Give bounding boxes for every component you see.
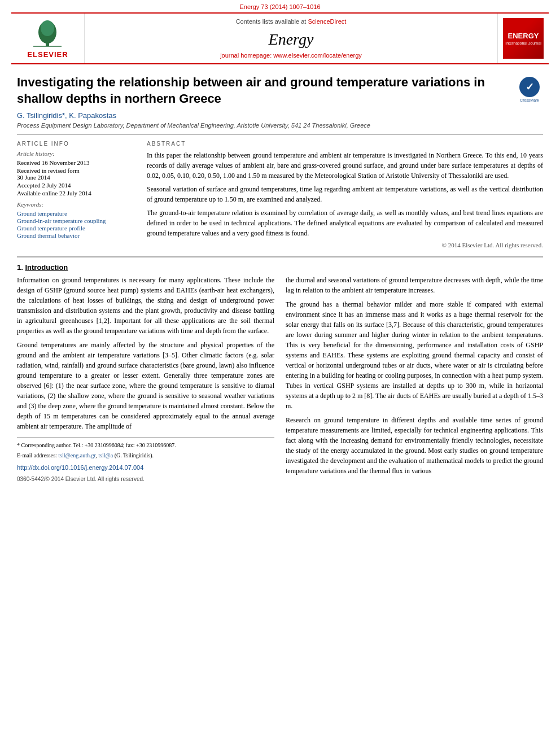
doi-link[interactable]: http://dx.doi.org/10.1016/j.energy.2014.… [17, 463, 274, 473]
abstract-text: In this paper the relationship between g… [147, 150, 543, 238]
history-label: Article history: [17, 150, 135, 157]
intro-heading: 1. Introduction [17, 263, 543, 272]
keyword-2: Ground-in-air temperature coupling [17, 217, 135, 224]
issn-line: 0360-5442/© 2014 Elsevier Ltd. All right… [17, 475, 274, 483]
intro-p1: Information on ground temperatures is ne… [17, 275, 274, 336]
accepted-date: Accepted 2 July 2014 [17, 182, 135, 189]
homepage-url: www.elsevier.com/locate/energy [273, 52, 362, 59]
email-link-2[interactable]: tsil@a [98, 452, 113, 458]
intro-col-left: Information on ground temperatures is ne… [17, 275, 274, 483]
abstract-p1: In this paper the relationship between g… [147, 150, 543, 181]
authors: G. Tsilingiridis*, K. Papakostas [17, 111, 543, 120]
divider-1 [17, 134, 543, 135]
footnote-area: * Corresponding author. Tel.: +30 231099… [17, 437, 274, 483]
received-date: Received 16 November 2013 [17, 159, 135, 166]
email-link-1[interactable]: tsil@eng.auth.gr [58, 452, 95, 458]
article-info-abstract-row: ARTICLE INFO Article history: Received 1… [17, 141, 543, 248]
revised-date: Received in revised form30 June 2014 [17, 167, 135, 181]
contents-label: Contents lists available at ScienceDirec… [236, 18, 347, 25]
journal-info-center: Contents lists available at ScienceDirec… [85, 14, 498, 63]
abstract-p2: Seasonal variation of surface and ground… [147, 184, 543, 204]
affiliation: Process Equipment Design Laboratory, Dep… [17, 122, 543, 129]
intro-col2-p1: the diurnal and seasonal variations of g… [286, 275, 543, 295]
abstract-title: ABSTRACT [147, 141, 543, 147]
sciencedirect-link[interactable]: ScienceDirect [308, 18, 346, 25]
paper-body: Investigating the relationship between a… [0, 64, 560, 493]
abstract-p3: The ground-to-air temperature relation i… [147, 208, 543, 238]
intro-col2-p2: The ground has a thermal behavior milder… [286, 299, 543, 411]
energy-badge: ENERGY International Journal [503, 18, 544, 59]
title-row: Investigating the relationship between a… [17, 75, 543, 107]
journal-title: Energy [269, 30, 314, 49]
crossmark-label: CrossMark [520, 98, 539, 102]
elsevier-logo: ELSEVIER [27, 18, 68, 59]
keyword-3: Ground temperature profile [17, 225, 135, 231]
intro-p2: Ground temperatures are mainly affected … [17, 340, 274, 431]
elsevier-tree-icon [28, 18, 67, 49]
available-date: Available online 22 July 2014 [17, 190, 135, 196]
intro-col2-p3: Research on ground temperature in differ… [286, 415, 543, 476]
svg-point-2 [41, 20, 54, 36]
intro-col-right: the diurnal and seasonal variations of g… [286, 275, 543, 483]
journal-header: ELSEVIER Contents lists available at Sci… [11, 12, 549, 64]
keyword-4: Ground thermal behavior [17, 232, 135, 239]
crossmark-area: ✓ CrossMark [516, 77, 543, 102]
copyright: © 2014 Elsevier Ltd. All rights reserved… [147, 242, 543, 248]
elsevier-wordmark: ELSEVIER [27, 50, 68, 59]
article-info-title: ARTICLE INFO [17, 141, 135, 147]
journal-homepage: journal homepage: www.elsevier.com/locat… [220, 52, 362, 59]
crossmark-icon: ✓ [519, 77, 540, 97]
journal-badge-area: ENERGY International Journal [498, 14, 549, 63]
keywords-label: Keywords: [17, 201, 135, 208]
article-info-section: ARTICLE INFO Article history: Received 1… [17, 141, 135, 248]
footnote-email: E-mail addresses: tsil@eng.auth.gr, tsil… [17, 451, 274, 460]
abstract-section: ABSTRACT In this paper the relationship … [147, 141, 543, 248]
footnote-corresponding: * Corresponding author. Tel.: +30 231099… [17, 441, 274, 449]
elsevier-logo-area: ELSEVIER [11, 14, 85, 63]
main-content-cols: Information on ground temperatures is ne… [17, 275, 543, 483]
keyword-1: Ground temperature [17, 210, 135, 217]
paper-title: Investigating the relationship between a… [17, 75, 507, 107]
journal-reference: Energy 73 (2014) 1007–1016 [0, 0, 560, 12]
divider-2 [17, 256, 543, 257]
